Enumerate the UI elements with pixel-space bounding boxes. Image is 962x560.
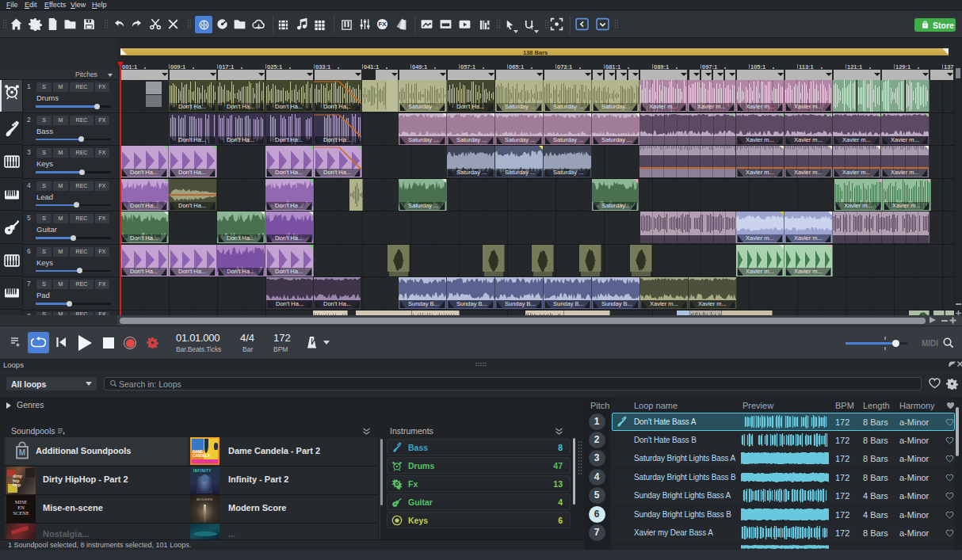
svg-text:FX: FX — [378, 21, 387, 28]
svg-text:M: M — [19, 448, 25, 457]
